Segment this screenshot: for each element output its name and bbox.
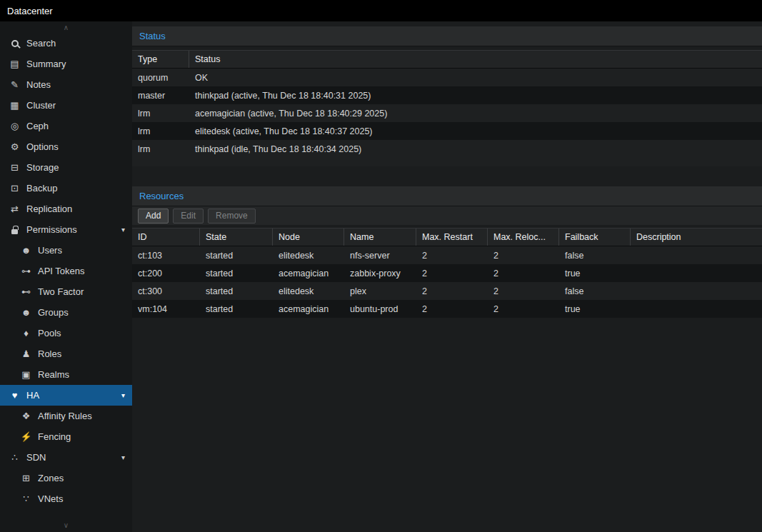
sidebar-item-realms[interactable]: ▣Realms (0, 364, 132, 385)
table-row[interactable]: ct:200startedacemagicianzabbix-proxy22tr… (132, 264, 762, 282)
cell-max-restart: 2 (416, 300, 488, 318)
notes-icon: ✎ (9, 79, 21, 91)
replication-arrows-icon: ⇄ (9, 203, 21, 215)
remove-button[interactable]: Remove (208, 209, 256, 224)
column-header-status[interactable]: Status (189, 51, 762, 68)
user-icon: ☻ (20, 244, 32, 256)
cell-id: ct:200 (132, 264, 200, 282)
sidebar-item-ha[interactable]: ♥HA▾ (0, 385, 132, 406)
sidebar-item-label: Options (26, 141, 59, 152)
cell-name: ubuntu-prod (344, 300, 416, 318)
sidebar-item-api-tokens[interactable]: ⊶API Tokens (0, 261, 132, 281)
column-header-id[interactable]: ID (132, 229, 200, 246)
cell-description (631, 282, 762, 300)
cell-node: elitedesk (273, 282, 344, 300)
sidebar-item-roles[interactable]: ♟Roles (0, 343, 132, 364)
sidebar-item-label: Fencing (38, 431, 71, 442)
cell-max-reloc: 2 (488, 246, 559, 264)
sidebar-item-two-factor[interactable]: ⊷Two Factor (0, 281, 132, 302)
add-button[interactable]: Add (138, 209, 169, 224)
sidebar-item-replication[interactable]: ⇄Replication (0, 199, 132, 219)
table-row[interactable]: lrmthinkpad (idle, Thu Dec 18 18:40:34 2… (132, 140, 762, 158)
column-header-type[interactable]: Type (132, 51, 189, 68)
cell-type: lrm (132, 140, 189, 158)
cell-id: ct:300 (132, 282, 200, 300)
table-row[interactable]: masterthinkpad (active, Thu Dec 18 18:40… (132, 86, 762, 104)
status-section-header: Status (132, 26, 762, 46)
sidebar-item-pools[interactable]: ♦Pools (0, 323, 132, 343)
sidebar-item-notes[interactable]: ✎Notes (0, 74, 132, 95)
table-row[interactable]: quorumOK (132, 69, 762, 86)
sidebar-item-label: Realms (38, 369, 69, 380)
sidebar-item-storage[interactable]: ⊟Storage (0, 157, 132, 178)
cell-name: nfs-server (344, 246, 416, 264)
realms-icon: ▣ (20, 368, 32, 381)
main-layout: ∧ Search▤Summary✎Notes▦Cluster◎Ceph⚙Opti… (0, 21, 762, 532)
cell-state: started (200, 246, 273, 264)
search-icon (9, 37, 21, 49)
chevron-down-icon[interactable]: ▾ (121, 453, 125, 461)
cell-node: elitedesk (273, 246, 344, 264)
table-row[interactable]: lrmelitedesk (active, Thu Dec 18 18:40:3… (132, 122, 762, 140)
cluster-icon: ▦ (9, 99, 21, 111)
column-header-name[interactable]: Name (344, 229, 416, 246)
sidebar-item-label: Roles (38, 348, 61, 359)
sidebar-item-label: Permissions (26, 224, 77, 235)
cell-node: acemagician (273, 264, 344, 282)
cell-description (631, 300, 762, 318)
table-header: IDStateNodeNameMax. RestartMax. Reloc...… (132, 228, 762, 246)
sidebar-item-zones[interactable]: ⊞Zones (0, 468, 132, 488)
empty-row-stripe (132, 158, 762, 166)
sidebar-items: Search▤Summary✎Notes▦Cluster◎Ceph⚙Option… (0, 33, 132, 509)
table-row[interactable]: vm:104startedacemagicianubuntu-prod22tru… (132, 300, 762, 318)
sidebar-item-label: Pools (38, 328, 61, 338)
cell-status: OK (189, 69, 762, 86)
sidebar-item-permissions[interactable]: Permissions▾ (0, 219, 132, 240)
cell-max-reloc: 2 (488, 300, 559, 318)
edit-button[interactable]: Edit (173, 209, 204, 224)
sidebar-item-label: Affinity Rules (38, 411, 92, 421)
sidebar-item-label: Backup (26, 183, 57, 194)
cell-type: master (132, 86, 189, 104)
sidebar-item-cluster[interactable]: ▦Cluster (0, 95, 132, 116)
sidebar-item-fencing[interactable]: ⚡Fencing (0, 426, 132, 447)
cell-type: lrm (132, 122, 189, 140)
scroll-up-icon[interactable]: ∧ (0, 24, 132, 32)
scroll-down-icon[interactable]: ∨ (0, 521, 132, 530)
cell-max-restart: 2 (416, 282, 488, 300)
cell-node: acemagician (273, 300, 344, 318)
table-row[interactable]: ct:103startedelitedesknfs-server22false (132, 246, 762, 264)
cell-status: elitedesk (active, Thu Dec 18 18:40:37 2… (189, 122, 762, 140)
resources-table: IDStateNodeNameMax. RestartMax. Reloc...… (132, 228, 762, 318)
sidebar-item-options[interactable]: ⚙Options (0, 136, 132, 157)
column-header-failback[interactable]: Failback (559, 229, 631, 246)
chevron-down-icon[interactable]: ▾ (121, 391, 125, 399)
sidebar-item-affinity-rules[interactable]: ❖Affinity Rules (0, 406, 132, 426)
sidebar-item-label: Notes (26, 79, 51, 90)
sidebar-item-label: Groups (38, 307, 69, 318)
sidebar-item-ceph[interactable]: ◎Ceph (0, 116, 132, 136)
sidebar-item-vnets[interactable]: ∵VNets (0, 488, 132, 509)
chevron-down-icon[interactable]: ▾ (121, 226, 125, 234)
permissions-lock-icon (9, 224, 21, 236)
cell-status: thinkpad (active, Thu Dec 18 18:40:31 20… (189, 86, 762, 104)
status-table: TypeStatusquorumOKmasterthinkpad (active… (132, 50, 762, 166)
sidebar-item-search[interactable]: Search (0, 33, 132, 54)
sidebar-item-label: HA (26, 390, 39, 401)
sidebar-item-backup[interactable]: ⊡Backup (0, 178, 132, 199)
column-header-max-restart[interactable]: Max. Restart (416, 229, 488, 246)
column-header-max-reloc[interactable]: Max. Reloc... (488, 229, 559, 246)
roles-icon: ♟ (20, 348, 32, 360)
ceph-icon: ◎ (9, 120, 21, 132)
table-row[interactable]: ct:300startedelitedeskplex22false (132, 282, 762, 300)
column-header-state[interactable]: State (200, 229, 273, 246)
sidebar-item-users[interactable]: ☻Users (0, 240, 132, 261)
column-header-node[interactable]: Node (273, 229, 344, 246)
column-header-description[interactable]: Description (631, 229, 762, 246)
zones-grid-icon: ⊞ (20, 472, 32, 484)
sidebar-item-sdn[interactable]: ∴SDN▾ (0, 447, 132, 468)
sidebar-item-summary[interactable]: ▤Summary (0, 54, 132, 74)
cell-max-restart: 2 (416, 246, 488, 264)
sidebar-item-groups[interactable]: ☻Groups (0, 302, 132, 323)
table-row[interactable]: lrmacemagician (active, Thu Dec 18 18:40… (132, 104, 762, 122)
